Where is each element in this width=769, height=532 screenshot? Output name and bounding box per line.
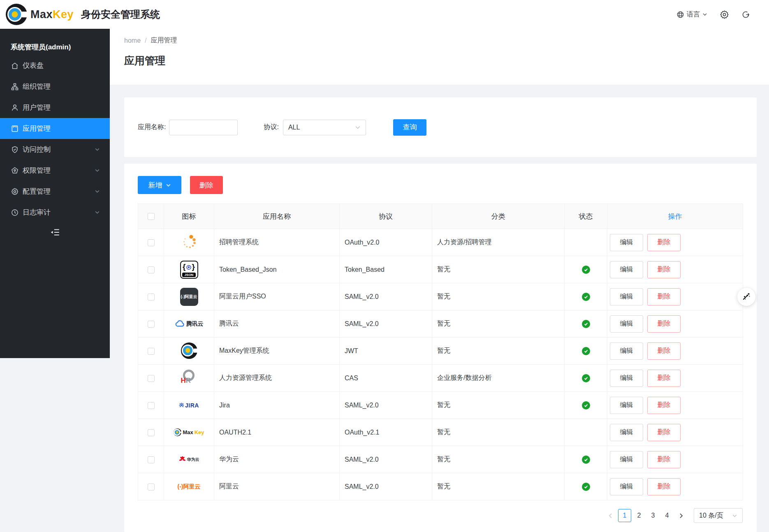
- pagination-next chevron-right-icon[interactable]: [675, 509, 687, 522]
- row-checkbox[interactable]: [148, 483, 155, 490]
- sidebar-item-2[interactable]: 用户管理: [0, 97, 110, 118]
- app-name-cell: OAUTH2.1: [214, 419, 340, 446]
- pagination-page-2[interactable]: 2: [633, 509, 645, 522]
- sidebar: 系统管理员(admin) 仪表盘组织管理用户管理应用管理访问控制权限管理配置管理…: [0, 29, 110, 358]
- json-icon: {⦿}JSON: [180, 261, 198, 279]
- edit-button[interactable]: 编辑: [610, 315, 643, 333]
- delete-button[interactable]: 删除: [647, 478, 681, 495]
- pagination-page-3[interactable]: 3: [647, 509, 659, 522]
- edit-button[interactable]: 编辑: [610, 342, 643, 360]
- edit-button[interactable]: 编辑: [610, 424, 643, 441]
- row-checkbox[interactable]: [148, 321, 155, 328]
- app-name-cell: 阿里云用户SSO: [214, 283, 340, 310]
- main-content: home / 应用管理 应用管理 应用名称: 协议: ALL 查询 新增: [110, 29, 769, 532]
- chevron-down-icon: [702, 12, 707, 17]
- bulk-delete-button[interactable]: 删除: [190, 176, 223, 194]
- app-name-cell: 人力资源管理系统: [214, 365, 340, 392]
- sidebar-item-0[interactable]: 仪表盘: [0, 55, 110, 76]
- delete-button[interactable]: 删除: [647, 315, 681, 333]
- pagination-page-1[interactable]: 1: [618, 509, 631, 522]
- row-checkbox[interactable]: [148, 348, 155, 355]
- row-checkbox[interactable]: [148, 402, 155, 409]
- sidebar-item-7[interactable]: 日志审计: [0, 202, 110, 223]
- menu-fold-icon[interactable]: [0, 223, 110, 242]
- protocol-select[interactable]: ALL: [283, 120, 366, 135]
- actions-cell: 编辑删除: [607, 338, 743, 365]
- row-checkbox[interactable]: [148, 239, 155, 246]
- sidebar-item-4[interactable]: 访问控制: [0, 139, 110, 160]
- sidebar-item-label: 组织管理: [23, 82, 51, 91]
- sidebar-user: 系统管理员(admin): [0, 39, 110, 55]
- maxkey-wordmark-icon: MaxKey: [174, 423, 204, 442]
- app-name-input[interactable]: [169, 120, 238, 135]
- table-row: MaxKey管理系统JWT暂无编辑删除: [138, 338, 743, 365]
- delete-button[interactable]: 删除: [647, 261, 681, 278]
- row-checkbox[interactable]: [148, 375, 155, 382]
- edit-button[interactable]: 编辑: [610, 288, 643, 305]
- protocol-cell: Token_Based: [340, 256, 432, 283]
- delete-button[interactable]: 删除: [647, 288, 681, 305]
- maxkey-logo-icon: [181, 342, 197, 360]
- row-checkbox[interactable]: [148, 266, 155, 273]
- chevron-down-icon: [166, 183, 171, 188]
- status-active-check-icon: [582, 483, 590, 491]
- settings-gear-icon[interactable]: [720, 10, 729, 19]
- gear-icon: [11, 187, 19, 196]
- sidebar-item-label: 日志审计: [23, 208, 51, 217]
- add-button[interactable]: 新增: [138, 176, 181, 194]
- table-row: 招聘管理系统OAuth_v2.0人力资源/招聘管理编辑删除: [138, 229, 743, 256]
- delete-button[interactable]: 删除: [647, 451, 681, 468]
- actions-cell: 编辑删除: [607, 392, 743, 419]
- delete-button[interactable]: 删除: [647, 397, 681, 414]
- edit-button[interactable]: 编辑: [610, 261, 643, 278]
- delete-button[interactable]: 删除: [647, 234, 681, 251]
- category-cell: 暂无: [432, 473, 565, 500]
- sidebar-item-6[interactable]: 配置管理: [0, 181, 110, 202]
- table-row: MaxKeyOAUTH2.1OAuth_v2.1暂无编辑删除: [138, 419, 743, 446]
- applications-table: 图标应用名称协议分类状态操作 招聘管理系统OAuth_v2.0人力资源/招聘管理…: [138, 204, 743, 500]
- sidebar-item-3[interactable]: 应用管理: [0, 118, 110, 139]
- edit-button[interactable]: 编辑: [610, 397, 643, 414]
- brand-title: 身份安全管理系统: [81, 8, 160, 21]
- row-checkbox[interactable]: [148, 456, 155, 463]
- select-all-checkbox[interactable]: [148, 213, 155, 220]
- edit-button[interactable]: 编辑: [610, 478, 643, 495]
- sidebar-item-1[interactable]: 组织管理: [0, 76, 110, 97]
- pagination-page-4[interactable]: 4: [661, 509, 673, 522]
- app-name-cell: 阿里云: [214, 473, 340, 500]
- logout-icon[interactable]: [741, 10, 750, 19]
- actions-cell: 编辑删除: [607, 473, 743, 500]
- table-body: 招聘管理系统OAuth_v2.0人力资源/招聘管理编辑删除{⦿}JSONToke…: [138, 229, 743, 500]
- edit-button[interactable]: 编辑: [610, 370, 643, 387]
- brand: MaxKey 身份安全管理系统: [6, 4, 160, 25]
- sidebar-item-label: 用户管理: [23, 103, 51, 112]
- app-icon-cell: HR: [164, 365, 214, 392]
- edit-button[interactable]: 编辑: [610, 451, 643, 468]
- page-size-select[interactable]: 10 条/页: [694, 508, 743, 523]
- table-row: (-)阿里云阿里云SAML_v2.0暂无编辑删除: [138, 473, 743, 500]
- app-icon-cell: [164, 338, 214, 365]
- delete-button[interactable]: 删除: [647, 370, 681, 387]
- theme-wand-button[interactable]: [737, 288, 755, 306]
- aliyun-dark-icon: (-)阿里云: [180, 288, 198, 306]
- app-name-cell: 华为云: [214, 446, 340, 473]
- delete-button[interactable]: 删除: [647, 424, 681, 441]
- category-cell: 暂无: [432, 338, 565, 365]
- row-checkbox[interactable]: [148, 294, 155, 301]
- pagination-prev chevron-left-icon[interactable]: [604, 509, 616, 522]
- sidebar-item-5[interactable]: 权限管理: [0, 160, 110, 181]
- delete-button[interactable]: 删除: [647, 342, 681, 360]
- app-icon-cell: (-)阿里云: [164, 283, 214, 310]
- row-checkbox[interactable]: [148, 429, 155, 436]
- column-header-5: 操作: [607, 204, 743, 229]
- sidebar-nav: 仪表盘组织管理用户管理应用管理访问控制权限管理配置管理日志审计: [0, 55, 110, 223]
- actions-cell: 编辑删除: [607, 229, 743, 256]
- app-icon-cell: 华为云: [164, 446, 214, 473]
- search-button[interactable]: 查询: [393, 119, 426, 136]
- breadcrumb-home-link[interactable]: home: [124, 37, 141, 44]
- sidebar-item-label: 配置管理: [23, 187, 51, 196]
- language-menu[interactable]: 语言: [676, 10, 707, 19]
- row-select-cell: [138, 446, 164, 473]
- page-title: 应用管理: [124, 54, 769, 67]
- edit-button[interactable]: 编辑: [610, 234, 643, 251]
